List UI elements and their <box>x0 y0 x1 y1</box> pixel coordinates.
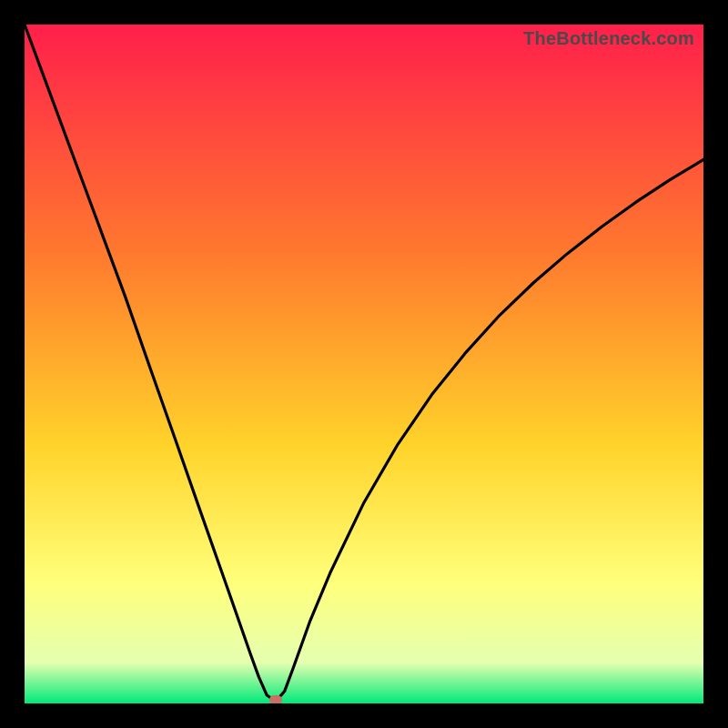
bottleneck-curve <box>25 25 703 703</box>
watermark-text: TheBottleneck.com <box>523 28 694 49</box>
minimum-marker <box>269 695 282 703</box>
chart-frame: TheBottleneck.com <box>25 25 703 703</box>
